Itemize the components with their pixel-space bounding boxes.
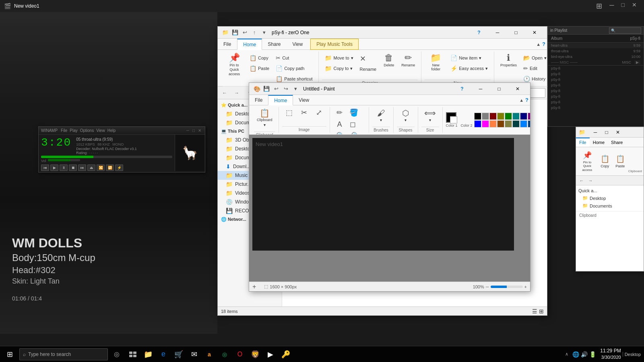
explorer2-maximize[interactable]: □ <box>601 127 612 138</box>
qa-dropdown-btn[interactable]: ▾ <box>260 28 268 37</box>
taskbar-amazon-icon[interactable]: a <box>202 346 217 362</box>
explorer2-paste-btn[interactable]: 📋 Paste <box>613 152 627 170</box>
winamp-stop-btn[interactable]: ⏹ <box>69 165 77 171</box>
winamp-progress-bar[interactable] <box>41 156 172 158</box>
start-button[interactable]: ⊞ <box>0 346 19 362</box>
title-bar-snap-btn[interactable]: ⊞ <box>593 2 605 10</box>
edit-btn[interactable]: ✏ Edit <box>520 64 549 73</box>
paint-minimize-btn[interactable]: ─ <box>471 83 490 95</box>
paint-canvas[interactable]: New video1 <box>252 138 514 251</box>
winamp-file-menu[interactable]: File <box>61 128 67 133</box>
winamp-maximize[interactable]: □ <box>191 128 196 133</box>
color-swatch[interactable] <box>528 120 530 128</box>
winamp-view-menu[interactable]: View <box>96 128 105 133</box>
paint-help-btn[interactable]: ? <box>453 83 471 95</box>
copy-to-btn[interactable]: 📁 Copy to ▾ <box>322 64 356 73</box>
playlist-item-heart[interactable]: heart-ultra 9:59 <box>548 43 644 48</box>
explorer2-back[interactable]: ← <box>578 177 586 185</box>
taskbar-search-box[interactable]: ⌕ Type here to search <box>19 348 108 360</box>
explorer2-quick-access[interactable]: Quick a... <box>576 187 644 194</box>
winamp-options-menu[interactable]: Options <box>80 128 94 133</box>
color-swatch[interactable] <box>528 113 530 120</box>
paste-btn[interactable]: 📋 Paste <box>247 64 272 73</box>
easy-access-btn[interactable]: ⚡ Easy access ▾ <box>448 64 491 73</box>
playlist-item-throat[interactable]: throat-ultra 9:59 <box>548 48 644 54</box>
taskbar-task-view[interactable] <box>126 346 140 362</box>
rename-big-btn[interactable]: ✏ Rename <box>398 51 418 69</box>
explorer-help-btn[interactable]: ? <box>470 27 488 39</box>
color-swatch[interactable] <box>505 120 512 128</box>
explorer2-desktop[interactable]: 📁 Desktop <box>576 194 644 202</box>
tab-home[interactable]: Home <box>237 39 262 50</box>
title-bar-maximize-btn[interactable]: □ <box>618 2 628 10</box>
color-swatch[interactable] <box>482 120 489 128</box>
paint-brushes-btn[interactable]: 🖌 ▾ <box>372 107 390 124</box>
qa-save-btn[interactable]: 💾 <box>231 28 239 37</box>
explorer2-documents[interactable]: 📁 Documents <box>576 202 644 210</box>
explorer2-tab-home[interactable]: Home <box>590 138 608 147</box>
paint-ribbon-collapse[interactable]: ▲ <box>519 98 524 103</box>
new-folder-btn[interactable]: 📁 New folder <box>425 51 447 73</box>
winamp-eject-btn[interactable]: ⏏ <box>87 165 95 171</box>
add-button[interactable]: + <box>252 283 256 290</box>
paint-size-btn[interactable]: ⟺ ▾ <box>421 107 439 124</box>
paint-qa-dropdown[interactable]: ▾ <box>291 84 300 93</box>
properties-btn[interactable]: ℹ Properties <box>497 51 520 69</box>
taskbar-clock[interactable]: 11:29 PM 3/30/2020 <box>600 348 621 360</box>
paint-colorpick-btn[interactable]: 🔍 <box>333 130 348 134</box>
copy-btn[interactable]: 📋 Copy <box>247 53 272 63</box>
color-swatch[interactable] <box>512 113 520 120</box>
network-icon[interactable]: 🌐 <box>572 351 579 358</box>
color-swatch[interactable] <box>482 113 489 120</box>
winamp-next-btn[interactable]: ⏭ <box>78 165 86 171</box>
taskbar-mail-icon[interactable]: ✉ <box>187 346 201 362</box>
color-swatch[interactable] <box>505 113 512 120</box>
paint-shapes-btn[interactable]: ⬡ ▾ <box>397 107 415 124</box>
paint-save-btn[interactable]: 💾 <box>262 84 271 93</box>
playlist-item-6[interactable]: pSy-fi <box>548 94 644 99</box>
taskbar-store-icon[interactable]: 🛒 <box>171 346 186 362</box>
explorer2-minimize[interactable]: ─ <box>590 127 601 138</box>
view-details-btn[interactable]: ☰ <box>532 308 537 315</box>
explorer2-copy-btn[interactable]: 📋 Copy <box>598 152 612 170</box>
taskbar-show-more[interactable]: ∧ <box>565 352 568 357</box>
paint-redo-btn[interactable]: ↪ <box>281 84 290 93</box>
winamp-volume-bar[interactable] <box>48 159 80 161</box>
paint-crop-btn[interactable]: ✂ <box>297 107 312 118</box>
paint-tab-home[interactable]: Home <box>268 95 293 105</box>
taskbar-app9[interactable]: ▶ <box>263 346 278 362</box>
paint-maximize-btn[interactable]: □ <box>490 83 508 95</box>
battery-icon[interactable]: 🔋 <box>589 351 596 358</box>
open-btn[interactable]: 📂 Open ▾ <box>520 53 549 63</box>
paint-magnify-btn[interactable]: 🔍 <box>348 130 363 134</box>
paint-fill-btn[interactable]: 🪣 <box>347 107 361 118</box>
taskbar-opera-icon[interactable]: O <box>233 346 247 362</box>
cortana-btn[interactable]: ◎ <box>109 346 124 362</box>
paint-tab-file[interactable]: File <box>249 95 268 105</box>
ribbon-collapse-btn[interactable]: ▲ <box>536 42 541 47</box>
color-swatch[interactable] <box>489 120 497 128</box>
winamp-eq-btn[interactable]: ⚡ <box>115 165 123 171</box>
tab-music-tools[interactable]: Play Music Tools <box>310 39 359 50</box>
winamp-play-btn[interactable]: ▶ <box>50 165 58 171</box>
explorer2-close[interactable]: ✕ <box>612 127 623 138</box>
taskbar-tripadvisor-icon[interactable]: ◎ <box>217 346 232 362</box>
delete-big-btn[interactable]: 🗑 Delete <box>380 51 398 69</box>
color1-swatch[interactable] <box>446 112 456 123</box>
paint-tab-view[interactable]: View <box>293 95 315 105</box>
taskbar-edge-icon[interactable]: e <box>156 346 171 362</box>
paint-close-btn[interactable]: ✕ <box>508 83 527 95</box>
rename-btn[interactable]: Rename <box>357 65 380 73</box>
zoom-out-btn[interactable]: ─ <box>486 284 489 289</box>
title-bar-minimize-btn[interactable]: ─ <box>606 2 617 10</box>
explorer-maximize-btn[interactable]: □ <box>507 27 525 39</box>
playlist-item-7[interactable]: pSy-fi <box>548 99 644 105</box>
title-bar-close-btn[interactable]: ✕ <box>629 2 640 10</box>
tab-view[interactable]: View <box>287 39 309 50</box>
paint-select-btn[interactable]: ⬚ <box>282 107 297 118</box>
winamp-shuffle-btn[interactable]: 🔀 <box>97 165 105 171</box>
explorer2-pin-btn[interactable]: 📌 Pin to Quick access <box>578 149 597 174</box>
cut-btn[interactable]: ✂ Cut <box>273 53 315 63</box>
paint-undo-btn[interactable]: ↩ <box>272 84 281 93</box>
playlist-item-5[interactable]: pSy-fi <box>548 88 644 94</box>
